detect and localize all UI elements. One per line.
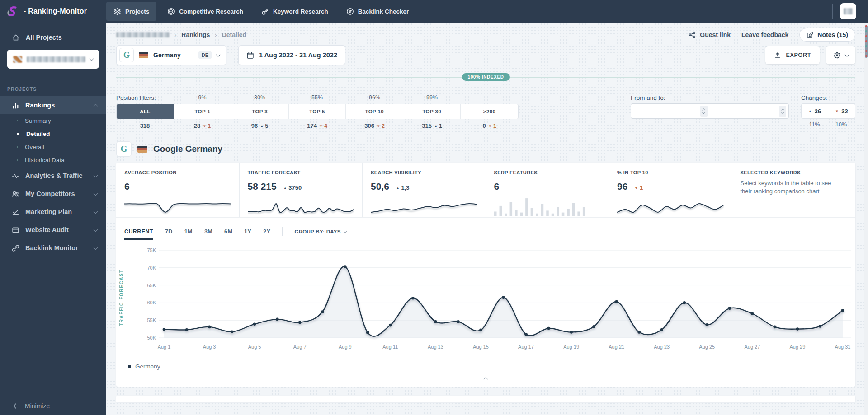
layers-icon (113, 8, 121, 15)
nav-tab-competitive-research[interactable]: Competitive Research (160, 2, 250, 21)
metric-value: 58 215 (248, 181, 277, 192)
filter-tab-top-3[interactable]: TOP 3 (231, 104, 289, 119)
changes-down-count: 32 (841, 108, 848, 115)
nav-tab-projects[interactable]: Projects (106, 2, 156, 21)
breadcrumb-separator: › (215, 32, 217, 38)
metric-card-in-top-10: % IN TOP 1096▼ 1 (609, 163, 732, 217)
sidebar-subitem-summary[interactable]: Summary (0, 114, 106, 127)
sidebar-item-analytics-traffic[interactable]: Analytics & Traffic (0, 167, 106, 185)
scrollbar[interactable] (864, 23, 868, 415)
filter-tab-top-30[interactable]: TOP 30 (403, 104, 461, 119)
changes-up-percent: 11% (801, 121, 828, 128)
position-filters-label-cell: Position filters: (116, 93, 174, 104)
metric-value: 96 (617, 181, 627, 192)
nav-tab-backlink-checker[interactable]: Backlink Checker (339, 2, 416, 21)
sidebar-subitem-detailed[interactable]: Detailed (0, 127, 106, 140)
chart-tab-current[interactable]: CURRENT (124, 226, 153, 238)
stepper-icon[interactable] (700, 106, 708, 117)
export-label: EXPORT (786, 52, 811, 58)
from-input[interactable] (631, 104, 710, 118)
export-button[interactable]: EXPORT (765, 46, 820, 64)
change-down: ▼ 4 (319, 123, 327, 129)
date-range-picker[interactable]: 1 Aug 2022 - 31 Aug 2022 (238, 45, 345, 65)
chevron-down-icon (94, 245, 98, 250)
engine-section-heading: G Google Germany (116, 141, 855, 157)
sidebar-nav: RankingsSummaryDetailedOverallHistorical… (0, 96, 106, 257)
sidebar-item-marketing-plan[interactable]: Marketing Plan (0, 203, 106, 221)
legend-item-germany[interactable]: Germany (116, 357, 175, 370)
chart-wrap: TRAFFIC FORECAST 50K55K60K65K70K75KAug 1… (116, 245, 855, 357)
filter-tab-top-1[interactable]: TOP 1 (174, 104, 231, 119)
sidebar-item-backlink-monitor[interactable]: Backlink Monitor (0, 239, 106, 257)
chart-tab-1m[interactable]: 1M (184, 226, 193, 238)
filter-tab-top-10[interactable]: TOP 10 (346, 104, 403, 119)
chevron-up-icon (94, 103, 98, 108)
guest-link-button[interactable]: Guest link (689, 31, 731, 38)
svg-text:Aug 19: Aug 19 (563, 344, 579, 350)
guest-link-label: Guest link (700, 31, 731, 38)
changes-filter: Changes: ▲ 36 ▼ 32 11% 10% (801, 93, 855, 128)
sidebar-subitem-historical-data[interactable]: Historical Data (0, 154, 106, 167)
app-logo: - Ranking-Monitor (0, 5, 106, 18)
filter-count-top-30: 315▲ 1 (403, 119, 461, 129)
filter-count-value: 0 (482, 122, 486, 129)
chart-tab-7d[interactable]: 7D (165, 226, 173, 238)
chart-tab-2y[interactable]: 2Y (263, 226, 270, 238)
search-engine-selector[interactable]: G Germany DE (116, 45, 226, 65)
breadcrumb-separator: › (175, 32, 176, 38)
arrow-down-icon: ▼ (319, 124, 323, 128)
sidebar-item-label: Analytics & Traffic (25, 172, 88, 179)
bullet-icon (17, 120, 18, 121)
project-name-blurred (27, 56, 85, 62)
top-navbar: - Ranking-Monitor ProjectsCompetitive Re… (0, 0, 868, 23)
changes-up-button[interactable]: ▲ 36 (802, 104, 828, 118)
filter-count-top-3: 96▲ 5 (231, 119, 288, 129)
position-filter-tabs: ALLTOP 1TOP 3TOP 5TOP 10TOP 30>200 (116, 104, 519, 119)
sidebar-subitem-overall[interactable]: Overall (0, 140, 106, 154)
from-to-inputs: — (631, 103, 789, 119)
chart-tab-1y[interactable]: 1Y (244, 226, 251, 238)
nav-tab-keyword-research[interactable]: Keyword Research (254, 2, 335, 21)
minimize-label: Minimize (25, 402, 50, 410)
leave-feedback-button[interactable]: Leave feedback (741, 31, 788, 38)
breadcrumb-rankings[interactable]: Rankings (181, 31, 210, 38)
to-input[interactable]: — (710, 104, 789, 118)
metric-cards: AVERAGE POSITION6TRAFFIC FORECAST58 215▲… (116, 163, 855, 218)
filter-tab-200[interactable]: >200 (461, 104, 518, 119)
metric-label: SEARCH VISIBILITY (371, 170, 477, 175)
change-up: ▲ 3750 (283, 184, 302, 191)
stepper-icon[interactable] (779, 106, 786, 117)
svg-text:60K: 60K (147, 300, 156, 305)
collapse-chart-button[interactable] (116, 370, 855, 383)
group-by-select[interactable]: GROUP BY: DAYS (294, 229, 346, 234)
user-avatar[interactable] (840, 3, 856, 19)
calendar-icon (246, 51, 254, 59)
svg-text:Aug 13: Aug 13 (428, 344, 443, 350)
minimize-button[interactable]: Minimize (0, 402, 50, 410)
scrollbar-marker (865, 55, 867, 57)
chart-tab-3m[interactable]: 3M (204, 226, 212, 238)
filter-tab-top-5[interactable]: TOP 5 (289, 104, 346, 119)
sidebar-item-all-projects[interactable]: All Projects (0, 23, 106, 50)
sidebar-item-rankings[interactable]: Rankings (0, 96, 106, 114)
changes-down-button[interactable]: ▼ 32 (828, 104, 855, 118)
chart-section: CURRENT7D1M3M6M1Y2YGROUP BY: DAYS TRAFFI… (116, 218, 855, 387)
bullet-icon (17, 133, 19, 135)
filter-count-value: 306 (364, 122, 374, 129)
chart-y-axis-label: TRAFFIC FORECAST (119, 256, 125, 340)
project-selector[interactable] (7, 50, 99, 69)
metric-sparkline (371, 201, 477, 215)
filter-count-top-5: 174▼ 4 (288, 119, 346, 129)
notes-button[interactable]: Notes (15) (799, 28, 855, 42)
sidebar-item-my-competitors[interactable]: My Competitors (0, 185, 106, 203)
filter-tab-all[interactable]: ALL (117, 104, 174, 119)
change-up: ▲ 1 (434, 123, 442, 129)
filter-percent: 30% (231, 93, 288, 101)
sidebar-subitem-label: Historical Data (25, 157, 65, 163)
chart-tab-6m[interactable]: 6M (224, 226, 232, 238)
sidebar-item-website-audit[interactable]: Website Audit (0, 221, 106, 239)
metric-card-traffic-forecast: TRAFFIC FORECAST58 215▲ 3750 (240, 163, 363, 217)
chevron-down-icon (845, 52, 849, 57)
arrow-up-icon: ▲ (434, 124, 438, 128)
settings-button[interactable] (826, 46, 855, 64)
